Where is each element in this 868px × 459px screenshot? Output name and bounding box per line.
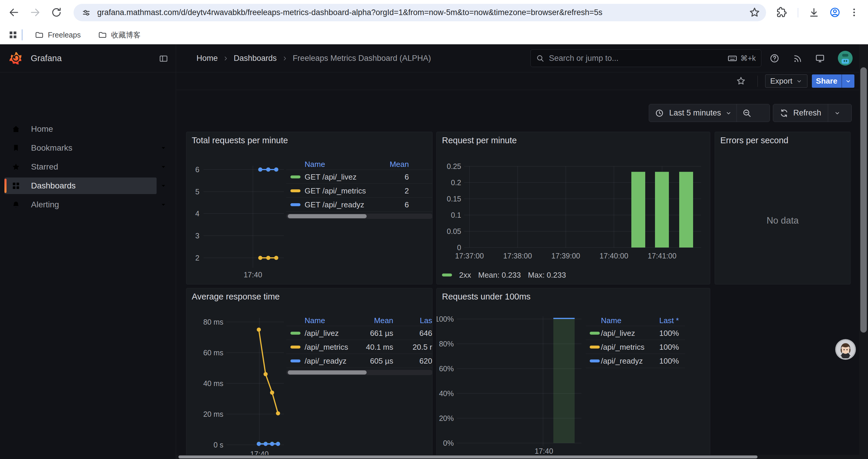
- sidebar-item-alerting[interactable]: Alerting: [4, 196, 157, 213]
- series-color-pill[interactable]: [290, 346, 301, 349]
- vertical-scrollbar-thumb[interactable]: [860, 67, 867, 333]
- vertical-scrollbar[interactable]: [859, 44, 868, 459]
- extensions-icon[interactable]: [776, 7, 787, 18]
- legend-series-name[interactable]: GET /api/_readyz: [305, 200, 364, 209]
- series-color-pill[interactable]: [590, 359, 600, 362]
- panel-total-requests-per-minute[interactable]: Total requests per minute 6543217:40 Nam…: [186, 132, 433, 285]
- legend-series-name[interactable]: /api/_livez: [601, 329, 635, 338]
- panel-request-per-minute[interactable]: Request per minute 0.250.20.150.10.05017…: [436, 132, 710, 285]
- legend-header-name[interactable]: Name: [601, 316, 621, 325]
- legend-series-name[interactable]: GET /api/_metrics: [305, 186, 366, 196]
- legend-series-name[interactable]: /api/_metrics: [305, 342, 348, 352]
- legend-scrollbar-thumb[interactable]: [288, 214, 367, 218]
- series-color-pill[interactable]: [290, 359, 301, 362]
- news-icon[interactable]: [793, 54, 802, 63]
- assistant-avatar[interactable]: [835, 339, 856, 360]
- grafana-logo-icon[interactable]: [9, 52, 23, 66]
- legend-value: 100%: [659, 329, 679, 338]
- forward-icon[interactable]: [30, 7, 41, 18]
- series-color-pill[interactable]: [590, 332, 600, 335]
- search-input[interactable]: Search or jump to... ⌘+k: [530, 49, 761, 67]
- share-menu-button[interactable]: [841, 74, 855, 88]
- time-range-picker[interactable]: Last 5 minutes: [649, 104, 770, 122]
- legend-separator: [586, 368, 685, 368]
- chevron-down-icon[interactable]: [159, 144, 167, 152]
- panel-errors-per-second[interactable]: Errors per second No data: [715, 132, 850, 285]
- back-icon[interactable]: [8, 7, 20, 18]
- panel-title[interactable]: Total requests per minute: [192, 136, 288, 145]
- reload-icon[interactable]: [51, 7, 62, 18]
- refresh-interval-chevron-icon[interactable]: [834, 110, 840, 117]
- series-color-pill[interactable]: [442, 273, 452, 276]
- series-name[interactable]: 2xx: [459, 270, 471, 280]
- chevron-down-icon[interactable]: [159, 201, 167, 208]
- svg-text:0%: 0%: [443, 439, 454, 447]
- series-color-pill[interactable]: [290, 332, 301, 335]
- kiosk-mode-icon[interactable]: [815, 54, 825, 63]
- refresh-button[interactable]: Refresh: [773, 104, 852, 122]
- bookmark-folder-blogs[interactable]: 收藏博客: [94, 28, 145, 42]
- panel-title[interactable]: Average response time: [192, 292, 280, 302]
- panel-average-response-time[interactable]: Average response time 80 ms60 ms40 ms20 …: [186, 288, 433, 459]
- chevron-right-icon: [282, 55, 288, 62]
- bookmark-folder-freeleaps[interactable]: Freeleaps: [31, 28, 85, 42]
- chevron-down-icon[interactable]: [159, 182, 167, 190]
- sidebar-item-dashboards[interactable]: Dashboards: [4, 177, 157, 194]
- bookmark-star-icon[interactable]: [749, 7, 760, 18]
- sidebar-toggle-icon[interactable]: [159, 54, 168, 63]
- share-button[interactable]: Share: [812, 74, 855, 88]
- help-icon[interactable]: [770, 54, 779, 63]
- panel-title[interactable]: Request per minute: [442, 136, 517, 145]
- legend-header-mean[interactable]: Mean: [374, 316, 393, 325]
- share-label[interactable]: Share: [812, 74, 841, 88]
- legend-series-name[interactable]: GET /api/_livez: [305, 172, 356, 182]
- legend-header-mean[interactable]: Mean: [390, 160, 409, 169]
- apps-grid-icon[interactable]: [8, 30, 18, 40]
- sidebar-item-home[interactable]: Home: [4, 121, 157, 137]
- brand-name: Grafana: [31, 54, 62, 63]
- favorite-star-icon[interactable]: [736, 76, 746, 86]
- sidebar-item-bookmarks[interactable]: Bookmarks: [4, 140, 157, 156]
- site-controls-icon[interactable]: [81, 8, 91, 18]
- user-avatar[interactable]: [838, 51, 852, 66]
- toolbar-divider: [798, 8, 798, 18]
- legend-series-name[interactable]: /api/_readyz: [601, 357, 643, 366]
- panel-title[interactable]: Errors per second: [720, 136, 788, 145]
- chevron-down-icon[interactable]: [159, 163, 167, 171]
- legend-scrollbar[interactable]: [286, 370, 433, 375]
- series-color-pill[interactable]: [590, 346, 600, 349]
- breadcrumb-item[interactable]: Home: [196, 54, 218, 63]
- svg-text:17:40: 17:40: [535, 447, 553, 455]
- sidebar-item-starred[interactable]: Starred: [4, 159, 157, 175]
- breadcrumb-item[interactable]: Dashboards: [234, 54, 277, 63]
- horizontal-scrollbar-thumb[interactable]: [179, 455, 757, 458]
- refresh-icon[interactable]: [780, 109, 788, 118]
- legend-series-name[interactable]: /api/_readyz: [305, 357, 346, 366]
- horizontal-scrollbar[interactable]: [176, 455, 859, 459]
- series-color-pill[interactable]: [290, 203, 301, 206]
- legend-scrollbar[interactable]: [286, 214, 433, 219]
- panel-title[interactable]: Requests under 100ms: [442, 292, 531, 302]
- series-color-pill[interactable]: [290, 175, 301, 178]
- legend-header-name[interactable]: Name: [305, 316, 325, 325]
- grafana-app: Grafana HomeBookmarksStarredDashboardsAl…: [0, 44, 868, 459]
- export-button[interactable]: Export: [765, 74, 807, 88]
- panel-requests-under-100ms[interactable]: Requests under 100ms 100%80%60%40%20%0%1…: [436, 288, 710, 459]
- legend-series-name[interactable]: /api/_metrics: [601, 342, 644, 352]
- legend-separator: [586, 354, 685, 354]
- downloads-icon[interactable]: [808, 7, 819, 18]
- zoom-out-icon[interactable]: [742, 108, 752, 118]
- star-icon: [11, 162, 20, 171]
- series-color-pill[interactable]: [290, 189, 301, 192]
- legend-header-las[interactable]: Las: [420, 316, 432, 325]
- legend-header-last[interactable]: Last *: [659, 316, 679, 325]
- legend-value: 20.5 r: [413, 342, 433, 352]
- refresh-label[interactable]: Refresh: [793, 108, 821, 118]
- legend-series-name[interactable]: /api/_livez: [305, 329, 339, 338]
- url-bar[interactable]: grafana.mathmast.com/d/deytv4rwavabkb/fr…: [73, 4, 766, 21]
- browser-menu-icon[interactable]: [848, 7, 860, 18]
- legend-scrollbar-thumb[interactable]: [288, 370, 367, 374]
- profile-icon[interactable]: [829, 7, 840, 18]
- refresh-divider: [828, 104, 828, 122]
- legend-header-name[interactable]: Name: [305, 160, 325, 169]
